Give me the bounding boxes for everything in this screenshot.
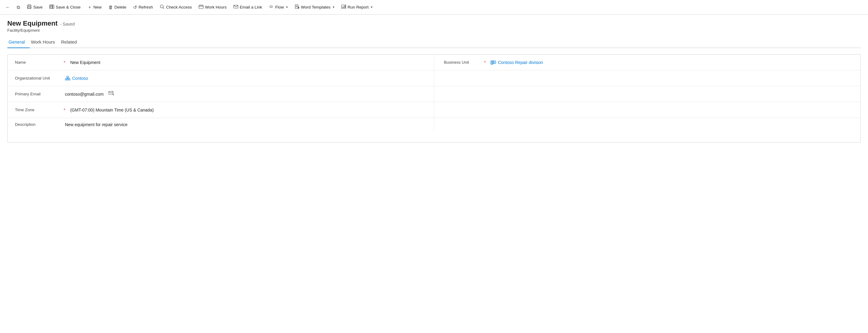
form-row-name: Name * New Equipment Business Unit * Con… [8,55,860,70]
word-templates-button[interactable]: W Word Templates ▾ [291,2,338,12]
tab-work-hours[interactable]: Work Hours [30,37,60,48]
work-hours-button[interactable]: Work Hours [195,2,230,12]
page-title: New Equipment [7,20,58,27]
org-unit-icon [65,76,70,81]
work-hours-label: Work Hours [205,5,227,9]
run-report-label: Run Report [348,5,369,9]
run-report-icon [341,4,346,10]
save-close-label: Save & Close [56,5,81,9]
timezone-label: Time Zone [8,104,62,116]
svg-rect-0 [27,5,31,8]
word-templates-label: Word Templates [301,5,331,9]
refresh-label: Refresh [138,5,153,9]
svg-line-8 [163,8,164,9]
form-row-org-unit: Organizational Unit Contoso [8,70,860,86]
check-access-icon [160,4,164,10]
svg-rect-4 [50,5,52,6]
form-field-timezone: Time Zone * (GMT-07:00) Mountain Time (U… [8,102,434,118]
form-field-email: Primary Email contoso@gmail.com [8,86,434,102]
business-unit-label: Business Unit [434,56,483,68]
org-unit-link[interactable]: Contoso [72,76,431,81]
form-right-empty-email [434,86,860,102]
page-subtitle: Facility/Equipment [7,28,861,33]
svg-rect-9 [199,5,203,8]
word-templates-icon: W [294,4,300,10]
save-button[interactable]: Save [24,2,46,12]
form-field-description: Description New equipment for repair ser… [8,118,434,131]
svg-rect-29 [67,76,68,78]
flow-label: Flow [275,5,284,9]
svg-rect-5 [50,7,53,8]
svg-text:W: W [298,7,299,8]
save-close-button[interactable]: Save & Close [46,2,84,12]
svg-rect-2 [28,7,31,8]
form-field-name: Name * New Equipment [8,55,434,70]
email-link-icon [234,4,238,10]
form-right-empty-timezone [434,102,860,118]
delete-label: Delete [115,5,126,9]
back-button[interactable]: ← [2,3,13,11]
name-value: New Equipment [68,56,434,68]
email-link-button[interactable]: Email a Link [230,2,266,12]
back-icon: ← [5,5,10,10]
delete-icon: 🗑 [108,5,113,10]
new-button[interactable]: ＋ New [84,2,105,12]
description-value: New equipment for repair service [62,118,434,131]
name-required: * [64,60,65,65]
org-unit-value: Contoso [62,72,434,84]
run-report-button[interactable]: Run Report ▾ [338,2,376,12]
page-header: New Equipment - Saved Facility/Equipment… [0,14,868,48]
svg-rect-30 [65,79,67,80]
form-card: Name * New Equipment Business Unit * Con… [7,54,861,143]
flow-button[interactable]: Flow ▾ [266,2,291,12]
email-compose-icon[interactable] [108,91,114,97]
business-unit-value: Contoso Repair division [488,56,860,68]
description-label: Description [8,118,62,130]
business-unit-link[interactable]: Contoso Repair division [498,60,858,65]
save-label: Save [33,5,43,9]
timezone-value: (GMT-07:00) Mountain Time (US & Canada) [68,104,434,116]
svg-rect-1 [28,5,30,6]
flow-icon [269,4,274,10]
toolbar: ← ⧉ Save Save & Close ＋ New 🗑 [0,0,868,14]
tab-general[interactable]: General [7,37,30,48]
word-templates-chevron-icon: ▾ [333,5,335,9]
run-report-chevron-icon: ▾ [371,5,373,9]
email-value: contoso@gmail.com [62,87,434,100]
form-row-timezone: Time Zone * (GMT-07:00) Mountain Time (U… [8,102,860,118]
new-icon: ＋ [87,4,92,10]
new-label: New [94,5,102,9]
check-access-button[interactable]: Check Access [157,2,195,12]
tab-bar: General Work Hours Related [7,37,861,48]
business-unit-required: * [484,60,486,65]
page-saved-status: - Saved [60,22,75,27]
svg-rect-31 [67,79,68,80]
email-link-label: Email a Link [240,5,262,9]
form-right-empty-org [434,70,860,86]
window-button[interactable]: ⧉ [14,3,23,12]
tab-related[interactable]: Related [60,37,82,48]
delete-button[interactable]: 🗑 Delete [105,3,129,11]
save-close-icon [49,4,54,10]
name-label: Name [8,56,62,68]
refresh-button[interactable]: ↺ Refresh [130,3,156,12]
form-row-description: Description New equipment for repair ser… [8,118,860,142]
form-field-org-unit: Organizational Unit Contoso [8,70,434,86]
business-unit-icon [491,60,496,65]
svg-point-7 [160,5,163,8]
email-label: Primary Email [8,88,62,100]
form-row-email: Primary Email contoso@gmail.com [8,86,860,102]
timezone-required: * [64,108,65,113]
work-hours-icon [199,4,204,10]
window-icon: ⧉ [17,5,20,10]
flow-chevron-icon: ▾ [286,5,288,9]
check-access-label: Check Access [166,5,192,9]
save-icon [27,4,32,10]
email-text: contoso@gmail.com [65,92,103,97]
org-unit-label: Organizational Unit [8,72,62,84]
main-content: Name * New Equipment Business Unit * Con… [0,48,868,149]
form-field-business-unit: Business Unit * Contoso Repair division [434,55,860,70]
svg-rect-6 [53,5,54,8]
refresh-icon: ↺ [133,5,137,10]
svg-rect-26 [492,61,496,63]
